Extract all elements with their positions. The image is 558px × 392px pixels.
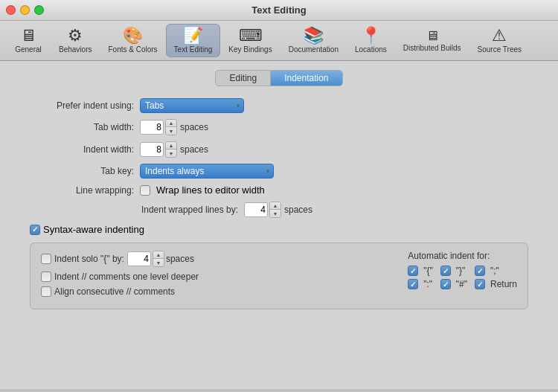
documentation-label: Documentation xyxy=(289,45,339,54)
close-button[interactable] xyxy=(6,5,16,15)
prefer-indent-select[interactable]: Tabs Spaces xyxy=(140,98,244,113)
indent-solo-label: Indent solo "{" by: xyxy=(54,254,124,264)
indent-comments-row: Indent // comments one level deeper xyxy=(41,271,378,282)
distributed-builds-label: Distributed Builds xyxy=(403,44,461,52)
indent-solo-row: Indent solo "{" by: 4 ▲ ▼ spaces xyxy=(41,251,378,267)
indent-wrapped-label: Indent wrapped lines by: xyxy=(15,205,238,215)
line-wrap-group: Wrap lines to editor width xyxy=(140,184,265,196)
indent-width-stepper-btns: ▲ ▼ xyxy=(165,141,177,158)
tab-editing[interactable]: Editing xyxy=(216,71,270,86)
auto-indent-label-5: Return xyxy=(490,279,517,289)
indent-width-up[interactable]: ▲ xyxy=(166,142,176,150)
line-wrap-checkbox[interactable] xyxy=(140,185,150,196)
tab-width-stepper-btns: ▲ ▼ xyxy=(165,119,177,135)
auto-indent-checkbox-4[interactable] xyxy=(440,279,451,289)
minimize-button[interactable] xyxy=(20,5,30,15)
indent-wrapped-row: Indent wrapped lines by: 4 ▲ ▼ spaces xyxy=(15,202,543,218)
general-icon: 🖥 xyxy=(20,28,36,44)
indent-comments-label: Indent // comments one level deeper xyxy=(54,271,199,282)
tab-row: Editing Indentation xyxy=(15,70,543,86)
toolbar-item-key-bindings[interactable]: ⌨ Key Bindings xyxy=(220,24,280,57)
auto-indent-label-2: ";" xyxy=(490,266,499,276)
indent-wrapped-input[interactable]: 4 xyxy=(244,202,268,217)
toolbar-item-documentation[interactable]: 📚 Documentation xyxy=(280,24,347,57)
indent-right: Automatic indent for: "{" "}" ";" xyxy=(408,251,517,301)
indent-width-unit: spaces xyxy=(180,144,208,155)
line-wrapping-label: Line wrapping: xyxy=(15,185,134,196)
tab-key-row: Tab key: Indents always Indents at start… xyxy=(15,164,543,179)
tab-width-unit: spaces xyxy=(180,122,208,132)
locations-label: Locations xyxy=(355,45,387,54)
line-wrapping-row: Line wrapping: Wrap lines to editor widt… xyxy=(15,184,543,196)
maximize-button[interactable] xyxy=(34,5,44,15)
auto-indent-label-3: ":" xyxy=(423,279,432,289)
auto-indent-checkbox-1[interactable] xyxy=(440,266,451,276)
auto-indent-item-3: ":" xyxy=(408,279,433,289)
syntax-aware-label: Syntax-aware indenting xyxy=(43,224,144,235)
align-comments-row: Align consecutive // comments xyxy=(41,286,378,297)
toolbar-item-fonts-colors[interactable]: 🎨 Fonts & Colors xyxy=(100,24,165,57)
indent-wrapped-down[interactable]: ▼ xyxy=(270,210,280,217)
key-bindings-icon: ⌨ xyxy=(239,28,263,44)
key-bindings-label: Key Bindings xyxy=(228,45,272,54)
tab-width-label: Tab width: xyxy=(15,122,134,132)
toolbar-item-text-editing[interactable]: 📝 Text Editing xyxy=(166,24,221,57)
text-editing-label: Text Editing xyxy=(174,45,213,54)
indent-solo-input[interactable]: 4 xyxy=(127,251,151,266)
auto-indent-item-5: Return xyxy=(475,279,517,289)
indent-width-down[interactable]: ▼ xyxy=(166,150,176,157)
documentation-icon: 📚 xyxy=(304,28,324,44)
prefer-indent-row: Prefer indent using: Tabs Spaces xyxy=(15,98,543,113)
window-title: Text Editing xyxy=(251,4,306,16)
align-comments-label: Align consecutive // comments xyxy=(54,286,175,297)
toolbar-item-source-trees[interactable]: ⚠ Source Trees xyxy=(469,24,530,57)
tab-group: Editing Indentation xyxy=(215,70,342,86)
tab-width-input[interactable]: 8 xyxy=(140,120,164,135)
auto-indent-item-1: "}" xyxy=(440,266,467,276)
indent-solo-checkbox[interactable] xyxy=(41,254,51,264)
auto-indent-label-4: "#" xyxy=(456,279,467,289)
source-trees-icon: ⚠ xyxy=(492,28,507,44)
tab-indentation[interactable]: Indentation xyxy=(271,71,341,86)
indent-solo-up[interactable]: ▲ xyxy=(153,251,164,259)
toolbar-item-general[interactable]: 🖥 General xyxy=(6,24,51,57)
general-label: General xyxy=(15,45,42,54)
behaviors-label: Behaviors xyxy=(59,45,92,54)
indent-wrapped-stepper-btns: ▲ ▼ xyxy=(269,202,281,218)
auto-indent-label-1: "}" xyxy=(456,266,466,276)
toolbar-item-behaviors[interactable]: ⚙ Behaviors xyxy=(51,24,100,57)
indent-group-inner: Indent solo "{" by: 4 ▲ ▼ spaces Indent … xyxy=(41,251,517,301)
syntax-aware-checkbox[interactable] xyxy=(30,225,40,235)
auto-indent-checkbox-0[interactable] xyxy=(408,266,418,276)
indent-solo-down[interactable]: ▼ xyxy=(153,259,164,266)
indent-comments-checkbox[interactable] xyxy=(41,271,51,282)
indent-solo-stepper: 4 ▲ ▼ xyxy=(127,251,164,267)
indent-group: Indent solo "{" by: 4 ▲ ▼ spaces Indent … xyxy=(30,242,528,309)
indent-wrapped-up[interactable]: ▲ xyxy=(270,202,280,210)
toolbar-item-distributed-builds[interactable]: 🖥 Distributed Builds xyxy=(395,25,469,56)
indent-solo-unit: spaces xyxy=(166,254,194,264)
main-content: Editing Indentation Prefer indent using:… xyxy=(0,61,558,389)
auto-indent-checkbox-2[interactable] xyxy=(475,266,485,276)
auto-indent-checkbox-3[interactable] xyxy=(408,279,418,289)
locations-icon: 📍 xyxy=(361,28,381,44)
auto-indent-item-0: "{" xyxy=(408,266,433,276)
text-editing-icon: 📝 xyxy=(183,28,203,44)
prefer-indent-label: Prefer indent using: xyxy=(15,100,134,111)
tab-width-up[interactable]: ▲ xyxy=(166,120,176,127)
auto-indent-title: Automatic indent for: xyxy=(408,251,517,261)
tab-key-select[interactable]: Indents always Indents at start of line … xyxy=(140,164,274,179)
toolbar-item-locations[interactable]: 📍 Locations xyxy=(347,24,395,57)
tab-width-stepper: 8 ▲ ▼ spaces xyxy=(140,119,208,135)
indent-wrapped-stepper: 4 ▲ ▼ spaces xyxy=(244,202,312,218)
prefer-indent-select-wrapper: Tabs Spaces xyxy=(140,98,244,113)
align-comments-checkbox[interactable] xyxy=(41,286,51,297)
indent-wrapped-unit: spaces xyxy=(284,205,312,215)
indent-width-stepper: 8 ▲ ▼ spaces xyxy=(140,141,208,158)
behaviors-icon: ⚙ xyxy=(68,28,83,44)
auto-indent-checkbox-5[interactable] xyxy=(475,279,485,289)
auto-indent-item-2: ";" xyxy=(475,266,517,276)
tab-width-down[interactable]: ▼ xyxy=(166,127,176,135)
distributed-builds-icon: 🖥 xyxy=(426,29,439,42)
indent-width-input[interactable]: 8 xyxy=(140,142,164,157)
